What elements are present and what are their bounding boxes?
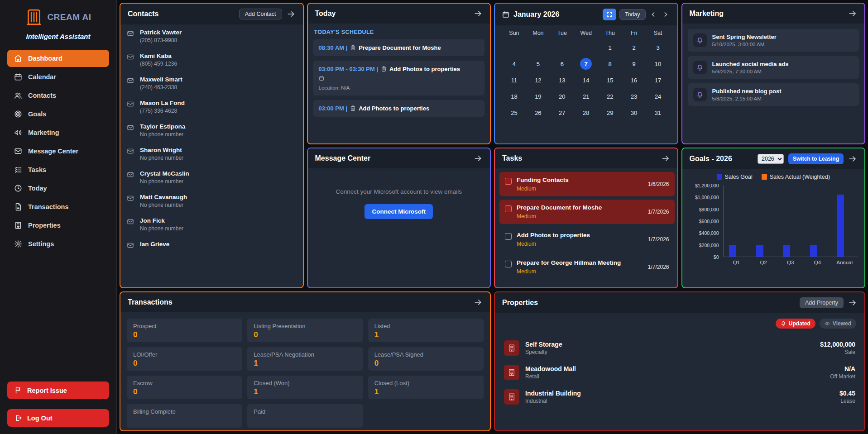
event-location: Location: N/A	[319, 85, 480, 91]
task-checkbox[interactable]	[505, 261, 512, 267]
contact-row[interactable]: Jon Fick No phone number	[120, 213, 303, 236]
calendar-expand-button[interactable]	[603, 9, 616, 20]
calendar-day[interactable]: 28	[580, 107, 592, 119]
contact-row[interactable]: Taylor Estipona No phone number	[120, 119, 303, 142]
calendar-day[interactable]: 19	[532, 91, 544, 102]
calendar-day[interactable]	[532, 42, 544, 53]
sidebar-item-tasks[interactable]: Tasks	[7, 161, 109, 178]
properties-arrow-icon[interactable]	[848, 298, 857, 307]
calendar-day[interactable]: 3	[652, 42, 664, 53]
contact-row[interactable]: Ian Grieve	[120, 236, 303, 253]
y-tick-label: $600,000	[699, 219, 719, 224]
calendar-day[interactable]: 17	[652, 74, 664, 86]
goals-year-select[interactable]: 2026	[758, 154, 784, 164]
calendar-day[interactable]: 7	[580, 58, 592, 70]
property-row[interactable]: Meadowood Mall Retail N/A Off Market	[503, 360, 856, 385]
calendar-day[interactable]: 29	[604, 107, 616, 119]
calendar-day[interactable]: 31	[652, 107, 664, 119]
calendar-day[interactable]: 10	[652, 58, 664, 70]
calendar-day[interactable]: 20	[556, 91, 568, 102]
calendar-day[interactable]: 8	[604, 58, 616, 70]
task-checkbox[interactable]	[505, 205, 512, 212]
calendar-day[interactable]	[556, 42, 568, 53]
calendar-day[interactable]: 26	[532, 107, 544, 119]
calendar-next-button[interactable]	[661, 10, 670, 19]
calendar-day[interactable]: 4	[508, 58, 520, 70]
switch-to-leasing-button[interactable]: Switch to Leasing	[788, 153, 844, 164]
sidebar-item-contacts[interactable]: Contacts	[7, 87, 109, 104]
calendar-day[interactable]: 11	[508, 74, 520, 86]
today-schedule[interactable]: TODAY'S SCHEDULE 08:30 AM | Prepare Docu…	[308, 24, 490, 143]
calendar-day[interactable]: 2	[628, 42, 640, 53]
task-row[interactable]: Prepare for George Hillman Meeting Mediu…	[499, 255, 675, 279]
contact-row[interactable]: Matt Cavanaugh No phone number	[120, 189, 303, 213]
sidebar-item-settings[interactable]: Settings	[7, 235, 109, 253]
calendar-day[interactable]: 24	[652, 91, 664, 102]
message-center-arrow-icon[interactable]	[474, 154, 483, 163]
sidebar-item-marketing[interactable]: Marketing	[7, 124, 109, 141]
calendar-day[interactable]: 6	[556, 58, 568, 70]
calendar-day[interactable]: 5	[532, 58, 544, 70]
sidebar-item-calendar[interactable]: Calendar	[7, 68, 109, 86]
calendar-day[interactable]: 15	[604, 74, 616, 86]
marketing-item[interactable]: Published new blog post 5/8/2025, 2:15:0…	[688, 83, 859, 106]
calendar-day[interactable]: 13	[556, 74, 568, 86]
calendar-day[interactable]	[508, 42, 520, 53]
schedule-item[interactable]: 08:30 AM | Prepare Document for Moshe	[313, 39, 485, 56]
calendar-day[interactable]: 30	[628, 107, 640, 119]
calendar-today-button[interactable]: Today	[619, 9, 645, 20]
tasks-list[interactable]: Funding Contacts Medium 1/6/2026 Prepare…	[495, 168, 677, 287]
goals-arrow-icon[interactable]	[848, 154, 857, 163]
connect-microsoft-button[interactable]: Connect Microsoft	[364, 204, 433, 219]
schedule-item[interactable]: 03:00 PM | Add Photos to properties	[313, 100, 485, 117]
calendar-day[interactable]	[580, 42, 592, 53]
tasks-arrow-icon[interactable]	[661, 154, 670, 163]
contact-row[interactable]: Kami Kaba (805) 459-1236	[120, 48, 303, 72]
task-row[interactable]: Add Photos to properties Medium 1/7/2026	[499, 227, 675, 252]
contact-row[interactable]: Crystal McCaslin No phone number	[120, 166, 303, 189]
calendar-day[interactable]: 22	[604, 91, 616, 102]
calendar-day[interactable]: 9	[628, 58, 640, 70]
schedule-item[interactable]: 03:00 PM - 03:30 PM | Add Photos to prop…	[313, 61, 485, 95]
log-out-button[interactable]: Log Out	[7, 409, 109, 427]
calendar-day[interactable]: 16	[628, 74, 640, 86]
sidebar-item-dashboard[interactable]: Dashboard	[7, 50, 109, 67]
contact-row[interactable]: Patrick Vawter (205) 873-9988	[120, 24, 303, 48]
calendar-day[interactable]: 27	[556, 107, 568, 119]
property-row[interactable]: Self Storage Specialty $12,000,000 Sale	[503, 336, 856, 360]
contacts-arrow-icon[interactable]	[287, 10, 296, 19]
calendar-day[interactable]: 12	[532, 74, 544, 86]
task-checkbox[interactable]	[505, 178, 512, 185]
calendar-day[interactable]: 23	[628, 91, 640, 102]
calendar-prev-button[interactable]	[649, 10, 658, 19]
task-row[interactable]: Prepare Document for Moshe Medium 1/7/20…	[499, 200, 675, 224]
updated-badge[interactable]: Updated	[776, 319, 815, 329]
add-property-button[interactable]: Add Property	[800, 297, 844, 308]
calendar-day[interactable]: 14	[580, 74, 592, 86]
transactions-arrow-icon[interactable]	[474, 298, 483, 307]
transactions-stats[interactable]: Prospect 0 Listing Presentation 0 Listed…	[120, 312, 490, 430]
marketing-item[interactable]: Sent Spring Newsletter 5/10/2025, 3:00:0…	[688, 29, 859, 52]
calendar-day[interactable]: 1	[604, 42, 616, 53]
sidebar-item-goals[interactable]: Goals	[7, 105, 109, 123]
calendar-day[interactable]: 18	[508, 91, 520, 102]
contact-row[interactable]: Mason La Fond (775) 336-4628	[120, 95, 303, 119]
sidebar-item-message-center[interactable]: Message Center	[7, 143, 109, 160]
task-checkbox[interactable]	[505, 233, 512, 240]
calendar-day[interactable]: 25	[508, 107, 520, 119]
calendar-day[interactable]: 21	[580, 91, 592, 102]
viewed-badge[interactable]: Viewed	[820, 319, 856, 329]
add-contact-button[interactable]: Add Contact	[239, 9, 282, 19]
sidebar-item-properties[interactable]: Properties	[7, 217, 109, 234]
today-arrow-icon[interactable]	[474, 9, 483, 18]
property-row[interactable]: Industrial Building Industrial $0.45 Lea…	[503, 385, 856, 409]
marketing-item[interactable]: Launched social media ads 5/9/2025, 7:30…	[688, 56, 859, 79]
marketing-arrow-icon[interactable]	[848, 9, 857, 18]
task-row[interactable]: Funding Contacts Medium 1/6/2026	[499, 172, 675, 196]
report-issue-button[interactable]: Report Issue	[7, 382, 109, 399]
sidebar-item-transactions[interactable]: Transactions	[7, 198, 109, 215]
contacts-list[interactable]: Patrick Vawter (205) 873-9988 Kami Kaba …	[120, 24, 303, 287]
sidebar-item-today[interactable]: Today	[7, 180, 109, 197]
contact-row[interactable]: Maxwell Smart (240) 463-2338	[120, 72, 303, 95]
contact-row[interactable]: Sharon Wright No phone number	[120, 142, 303, 166]
